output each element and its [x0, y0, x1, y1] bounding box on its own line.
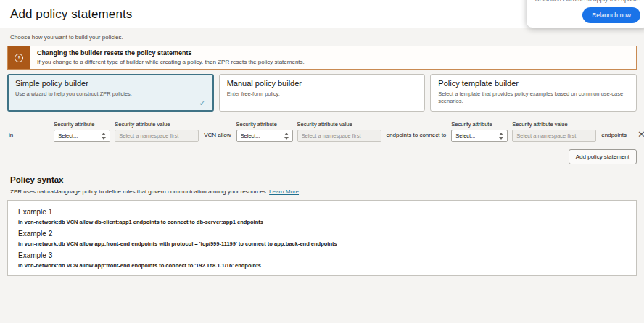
example-label: Example 2	[18, 230, 626, 238]
policy-syntax-section: Policy syntax ZPR uses natural-language …	[7, 175, 637, 276]
policy-syntax-description: ZPR uses natural-language policy to defi…	[10, 188, 637, 195]
example-label: Example 1	[18, 208, 626, 216]
policy-syntax-title: Policy syntax	[10, 175, 637, 184]
attribute-group-2: Security attribute Security attribute va…	[236, 121, 381, 142]
content-panel: Choose how you want to build your polici…	[0, 28, 644, 323]
security-attribute-value-input-1[interactable]	[115, 130, 199, 142]
attribute-group-1: Security attribute Security attribute va…	[54, 121, 199, 142]
security-attribute-select-1[interactable]: Select...	[54, 130, 110, 142]
warning-icon: !	[15, 54, 23, 62]
card-manual-policy-builder[interactable]: Manual policy builder Enter free-form po…	[219, 74, 426, 112]
policy-examples-box: Example 1 in vcn-network:db VCN allow db…	[7, 200, 637, 276]
policy-statement-row: in Security attribute Security attribute…	[7, 121, 637, 142]
security-attribute-value-label: Security attribute value	[512, 121, 596, 128]
warning-banner: ! Changing the builder resets the policy…	[7, 46, 637, 70]
selected-check-icon: ✓	[199, 99, 205, 108]
example-statement: in vcn-network:db VCN allow db-client:ap…	[18, 219, 626, 225]
card-simple-policy-builder[interactable]: Simple policy builder Use a wizard to he…	[7, 74, 214, 112]
example-statement: in vcn-network:db VCN allow app:front-en…	[18, 241, 626, 247]
security-attribute-value-input-3[interactable]	[512, 130, 596, 142]
card-title: Policy template builder	[438, 79, 629, 88]
statement-connector-endpoints-to-connect: endpoints to connect to	[387, 132, 447, 138]
learn-more-link[interactable]: Learn More	[269, 188, 299, 195]
card-policy-template-builder[interactable]: Policy template builder Select a templat…	[430, 74, 637, 112]
security-attribute-value-label: Security attribute value	[297, 121, 381, 128]
security-attribute-label: Security attribute	[451, 121, 508, 128]
security-attribute-value-input-2[interactable]	[297, 130, 381, 142]
chrome-update-popup: Relaunch Chrome to apply this update Rel…	[527, 0, 644, 28]
add-policy-statement-button[interactable]: Add policy statement	[569, 149, 637, 164]
card-description: Select a template that provides policy e…	[438, 91, 629, 105]
intro-text: Choose how you want to build your polici…	[10, 34, 637, 41]
chevron-updown-icon	[496, 133, 503, 140]
card-description: Enter free-form policy.	[227, 91, 418, 98]
warning-accent-strip: !	[8, 46, 30, 69]
security-attribute-select-3[interactable]: Select...	[451, 130, 508, 142]
attribute-group-3: Security attribute Security attribute va…	[451, 121, 596, 142]
card-title: Simple policy builder	[15, 79, 206, 88]
example-label: Example 3	[18, 251, 626, 259]
chrome-update-message: Relaunch Chrome to apply this update	[527, 0, 644, 3]
security-attribute-value-label: Security attribute value	[115, 121, 199, 128]
example-statement: in vcn-network:db VCN allow app:front-en…	[18, 262, 626, 269]
chevron-updown-icon	[99, 133, 106, 140]
card-description: Use a wizard to help you construct ZPR p…	[15, 91, 206, 98]
statement-connector-vcn-allow: VCN allow	[204, 132, 231, 138]
warning-body: Changing the builder resets the policy s…	[30, 46, 312, 69]
remove-statement-icon[interactable]: ✕	[637, 130, 644, 139]
builder-cards: Simple policy builder Use a wizard to he…	[7, 74, 637, 112]
security-attribute-select-2[interactable]: Select...	[236, 130, 293, 142]
security-attribute-label: Security attribute	[54, 121, 110, 128]
chevron-updown-icon	[281, 133, 289, 140]
relaunch-now-button[interactable]: Relaunch now	[582, 7, 640, 23]
warning-title: Changing the builder resets the policy s…	[37, 49, 305, 57]
security-attribute-label: Security attribute	[236, 121, 293, 128]
card-title: Manual policy builder	[227, 79, 418, 88]
button-row: Add policy statement	[7, 149, 637, 164]
statement-connector-endpoints: endpoints	[601, 132, 627, 138]
warning-description: If you change to a different type of bui…	[37, 59, 305, 65]
statement-prefix: in	[9, 132, 13, 138]
